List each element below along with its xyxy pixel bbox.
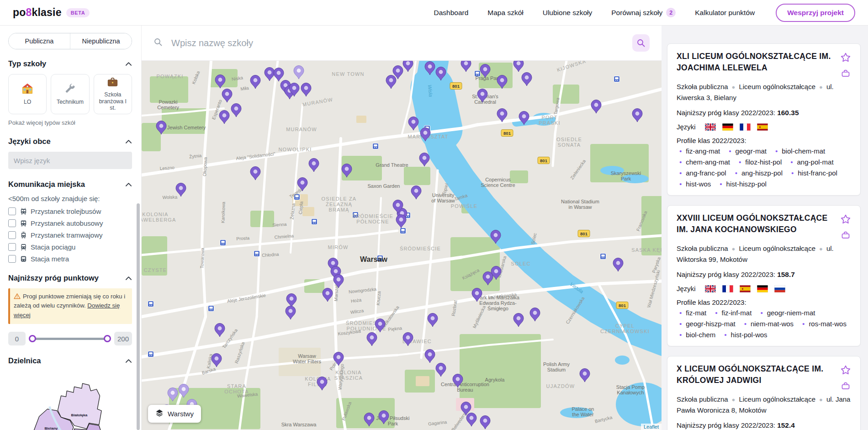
school-card[interactable]: X LICEUM OGÓLNOKSZTAŁCĄCE IM. KRÓLOWEJ J… xyxy=(667,356,861,430)
transit-station-icon[interactable] xyxy=(600,254,606,260)
checkbox[interactable] xyxy=(8,243,16,251)
compare-icon[interactable] xyxy=(841,68,851,78)
train-icon xyxy=(20,244,27,251)
favorite-star-icon[interactable] xyxy=(840,214,851,225)
transit-station-icon[interactable] xyxy=(254,251,260,257)
checkbox[interactable] xyxy=(8,207,16,215)
section-header-transit[interactable]: Komunikacja miejska xyxy=(8,180,132,189)
school-search-bar xyxy=(142,26,662,61)
transit-station-icon[interactable] xyxy=(373,143,379,149)
nav-item-dashboard[interactable]: Dashboard xyxy=(434,9,468,17)
transit-station-icon[interactable] xyxy=(614,76,620,82)
slider-handle-min[interactable] xyxy=(29,335,36,342)
compare-icon[interactable] xyxy=(841,381,851,391)
building-block xyxy=(356,116,366,123)
chevron-up-icon[interactable] xyxy=(125,274,132,282)
map-canvas[interactable]: 801801801801801POWĄZKINEW TOWNMURANÓWMUR… xyxy=(142,61,662,430)
transit-station-icon[interactable] xyxy=(312,219,318,225)
profile-item: •geogr-hiszp-mat xyxy=(679,320,736,328)
favorite-star-icon[interactable] xyxy=(840,52,851,63)
transit-station-icon[interactable] xyxy=(208,306,214,312)
school-type-lo[interactable]: LO xyxy=(8,74,47,114)
section-header-threshold[interactable]: Najniższy próg punktowy xyxy=(8,274,132,282)
chevron-up-icon[interactable] xyxy=(125,180,132,189)
school-meta: Szkoła publiczna●Liceum ogólnokształcące… xyxy=(677,394,851,416)
chevron-up-icon[interactable] xyxy=(125,59,132,68)
language-input[interactable] xyxy=(8,152,132,169)
transit-station-icon[interactable] xyxy=(148,301,154,307)
warning-icon xyxy=(14,293,21,299)
park-area xyxy=(460,334,541,408)
profile-item: •ang-franc-pol xyxy=(679,169,726,177)
separator-dot: ● xyxy=(819,84,823,90)
school-type-szko-a-bran-owa-i-st[interactable]: Szkoła branżowa I st. xyxy=(94,74,132,114)
nav-item-kalkulator-punkt-w[interactable]: Kalkulator punktów xyxy=(695,9,755,17)
checkbox[interactable] xyxy=(8,255,16,263)
layers-button[interactable]: Warstwy xyxy=(148,405,201,423)
profile-item: •chem-ang-mat xyxy=(679,158,730,166)
nav-item-por-wnaj-szko-y[interactable]: Porównaj szkoły2 xyxy=(611,8,676,17)
slider-handle-max[interactable] xyxy=(104,335,111,342)
logo[interactable]: po8klasie BETA xyxy=(13,6,90,19)
transit-station-icon[interactable] xyxy=(400,228,406,234)
map-attribution[interactable]: Leaflet xyxy=(641,424,662,430)
transit-option-stacja-metra: Stacja metra xyxy=(8,255,132,263)
toggle-nonpublic-button[interactable]: Niepubliczna xyxy=(70,33,132,49)
flag-de-icon xyxy=(722,123,733,131)
transit-option-label: Przystanek trolejbusów xyxy=(31,207,101,215)
school-search-input[interactable] xyxy=(170,37,625,49)
profiles-list: •fiz-ang-mat•geogr-mat•biol-chem-mat•che… xyxy=(677,147,851,188)
favorite-star-icon[interactable] xyxy=(840,365,851,376)
park-area xyxy=(641,196,662,255)
separator-dot: ● xyxy=(819,245,823,252)
transit-option-przystanek-autobusowy: Przystanek autobusowy xyxy=(8,219,132,227)
school-type-technikum[interactable]: Technikum xyxy=(51,74,89,114)
area-label: OSIEDLESONATA xyxy=(556,137,582,148)
profile-item: •fiz-inf-mat xyxy=(715,309,752,317)
bus-icon xyxy=(20,220,27,227)
checkbox[interactable] xyxy=(8,219,16,227)
checkbox[interactable] xyxy=(8,231,16,239)
slider-min-value: 0 xyxy=(8,332,26,345)
profile-item: •biol-chem-mat xyxy=(775,147,825,155)
support-project-button[interactable]: Wesprzyj projekt xyxy=(776,4,855,22)
profile-item: •hist-wos xyxy=(679,180,711,188)
school-card[interactable]: XLI LICEUM OGÓLNOKSZTAŁCĄCE IM. JOACHIMA… xyxy=(667,43,861,196)
show-more-types-link[interactable]: Pokaż więcej typów szkół xyxy=(8,119,132,126)
transit-station-icon[interactable] xyxy=(148,351,154,357)
threshold-value: 158.7 xyxy=(777,271,795,278)
points-slider: 0 200 xyxy=(8,332,132,345)
slider-max-value: 200 xyxy=(114,332,132,345)
section-school-type: Typ szkoły LOTechnikumSzkoła branżowa I … xyxy=(8,59,132,126)
nav-item-ulubione-szko-y[interactable]: Ulubione szkoły xyxy=(543,9,593,17)
transit-option-przystanek-tramwajowy: Przystanek tramwajowy xyxy=(8,231,132,239)
separator-dot: ● xyxy=(732,245,736,252)
school-public-label: Szkoła publiczna xyxy=(677,244,728,252)
search-submit-button[interactable] xyxy=(632,34,650,52)
slider-track[interactable] xyxy=(31,338,109,340)
bullet-icon: • xyxy=(791,169,794,177)
profile-item: •ang-hiszp-pol xyxy=(735,169,783,177)
school-card[interactable]: XXVIII LICEUM OGÓLNOKSZTAŁCĄCE IM. JANA … xyxy=(667,205,861,346)
transit-option-label: Stacja metra xyxy=(31,255,69,263)
sidebar-scrollbar[interactable] xyxy=(137,203,140,430)
section-header-school-type[interactable]: Typ szkoły xyxy=(8,59,132,68)
chevron-up-icon[interactable] xyxy=(125,356,132,365)
nav-item-mapa-szk[interactable]: Mapa szkół xyxy=(487,9,523,17)
water-label: Wisła xyxy=(427,85,434,97)
beta-badge: BETA xyxy=(66,8,90,17)
chevron-up-icon[interactable] xyxy=(125,137,132,146)
school-building-icon xyxy=(21,83,34,96)
area-label: SASKA KĘPA xyxy=(631,247,662,253)
nav-item-label: Porównaj szkoły xyxy=(611,9,662,17)
district-map: BiałołękaBielanyTargówekRembertówWesołaŻ… xyxy=(8,371,132,430)
school-kind-label: Liceum ogólnokształcące xyxy=(739,83,815,90)
compare-icon[interactable] xyxy=(841,230,851,240)
poi-label: Palace onthe Water xyxy=(572,406,594,417)
toggle-public-button[interactable]: Publiczna xyxy=(9,33,70,49)
section-header-languages[interactable]: Języki obce xyxy=(8,137,132,146)
svg-text:801: 801 xyxy=(540,158,548,163)
section-header-district[interactable]: Dzielnica xyxy=(8,356,132,365)
transit-station-icon[interactable] xyxy=(220,240,226,246)
poi-label: Jewish Cemetery xyxy=(167,125,206,130)
